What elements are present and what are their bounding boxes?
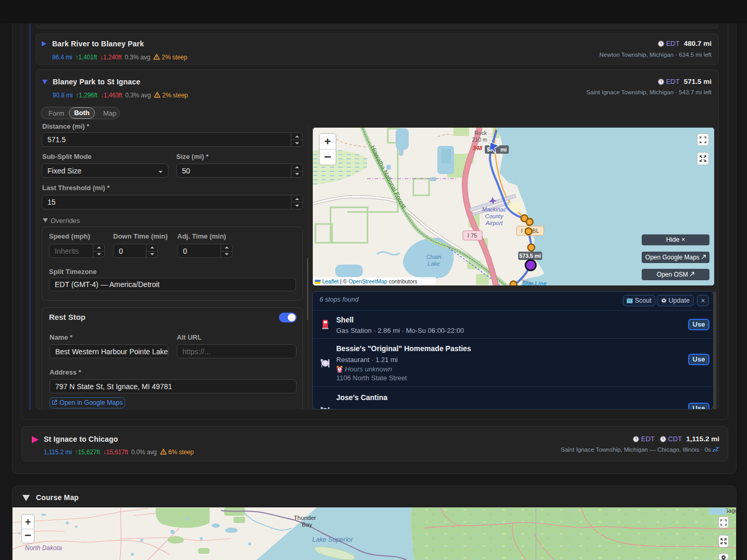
- svg-text:Lake Superior: Lake Superior: [312, 536, 353, 543]
- svg-text:348: 348: [473, 145, 483, 151]
- svg-text:210 m: 210 m: [472, 136, 487, 143]
- svg-text:Lake: Lake: [427, 260, 440, 267]
- svg-text:Z: Z: [715, 447, 719, 452]
- svg-text:Mackinac: Mackinac: [482, 206, 507, 213]
- svg-text:mi: mi: [500, 146, 507, 153]
- svg-text:Thunder: Thunder: [294, 515, 316, 521]
- svg-text:Airport: Airport: [485, 220, 503, 226]
- svg-text:North Dakota: North Dakota: [25, 544, 62, 552]
- svg-text:County: County: [485, 213, 504, 219]
- svg-text:Star Line: Star Line: [522, 280, 546, 285]
- svg-text:Rock: Rock: [474, 130, 487, 136]
- svg-text:Bay: Bay: [302, 521, 312, 528]
- svg-text:573.5 mi: 573.5 mi: [519, 253, 541, 259]
- svg-text:I 75: I 75: [468, 232, 477, 239]
- svg-text:Chain: Chain: [426, 254, 442, 260]
